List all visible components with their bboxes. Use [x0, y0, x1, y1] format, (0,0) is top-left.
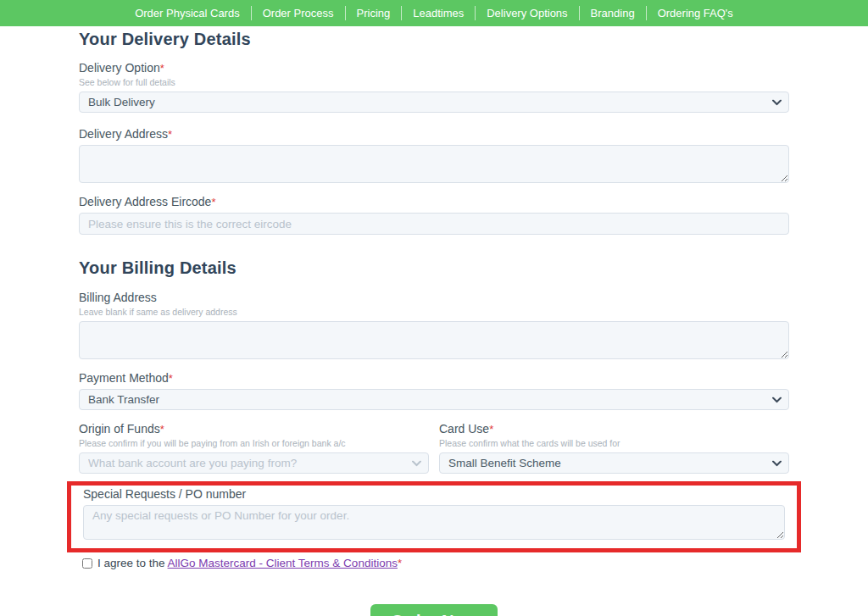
terms-conditions-link[interactable]: AllGo Mastercard - Client Terms & Condit…: [168, 557, 398, 569]
required-asterisk: *: [160, 62, 164, 75]
required-asterisk: *: [169, 372, 173, 385]
order-form: Your Delivery Details Delivery Option* S…: [79, 26, 789, 616]
origin-of-funds-select[interactable]: What bank account are you paying from?: [79, 452, 429, 474]
top-navbar: Order Physical Cards Order Process Prici…: [0, 0, 868, 26]
card-use-label-text: Card Use: [439, 422, 489, 436]
nav-item-pricing[interactable]: Pricing: [346, 0, 402, 26]
required-asterisk: *: [168, 128, 172, 141]
nav-item-branding[interactable]: Branding: [580, 0, 646, 26]
delivery-address-textarea[interactable]: [79, 145, 789, 183]
nav-item-order-physical-cards[interactable]: Order Physical Cards: [124, 0, 251, 26]
delivery-option-label-text: Delivery Option: [79, 61, 160, 75]
billing-address-helper: Leave blank if same as delivery address: [79, 307, 789, 317]
eircode-label: Delivery Address Eircode*: [79, 195, 789, 208]
delivery-option-label: Delivery Option*: [79, 61, 789, 75]
card-use-label: Card Use*: [439, 422, 789, 436]
nav-item-order-process[interactable]: Order Process: [252, 0, 345, 26]
special-requests-highlight-box: Special Requests / PO number: [67, 481, 801, 552]
payment-method-label: Payment Method*: [79, 371, 789, 385]
required-asterisk: *: [489, 423, 493, 436]
nav-item-leadtimes[interactable]: Leadtimes: [402, 0, 475, 26]
special-requests-textarea[interactable]: [83, 505, 785, 540]
origin-of-funds-label: Origin of Funds*: [79, 422, 429, 436]
nav-item-delivery-options[interactable]: Delivery Options: [476, 0, 578, 26]
required-asterisk: *: [211, 196, 215, 208]
funds-carduse-row: Origin of Funds* Please confirm if you w…: [79, 422, 789, 474]
terms-agreement-text: I agree to the AllGo Mastercard - Client…: [97, 557, 402, 569]
billing-address-textarea[interactable]: [79, 321, 789, 359]
required-asterisk: *: [398, 557, 402, 569]
delivery-details-title: Your Delivery Details: [79, 30, 789, 49]
origin-of-funds-label-text: Origin of Funds: [79, 422, 160, 436]
card-use-field: Card Use* Please confirm what the cards …: [439, 422, 789, 474]
payment-method-select[interactable]: Bank Transfer: [79, 389, 789, 410]
card-use-select[interactable]: Small Benefit Scheme: [439, 452, 789, 474]
nav-item-ordering-faqs[interactable]: Ordering FAQ's: [647, 0, 744, 26]
billing-address-label-text: Billing Address: [79, 291, 157, 304]
origin-of-funds-field: Origin of Funds* Please confirm if you w…: [79, 422, 429, 474]
delivery-address-label-text: Delivery Address: [79, 127, 168, 141]
origin-of-funds-helper: Please confirm if you will be paying fro…: [79, 438, 429, 448]
eircode-label-text: Delivery Address Eircode: [79, 195, 211, 208]
payment-method-label-text: Payment Method: [79, 371, 169, 385]
origin-of-funds-select-wrap: What bank account are you paying from?: [79, 452, 429, 474]
payment-method-select-wrap: Bank Transfer: [79, 389, 789, 410]
terms-checkbox[interactable]: [82, 558, 92, 569]
required-asterisk: *: [160, 423, 164, 436]
billing-address-label: Billing Address: [79, 291, 789, 304]
nav-items: Order Physical Cards Order Process Prici…: [124, 0, 744, 26]
order-now-button[interactable]: Order Now: [370, 604, 498, 616]
delivery-option-select[interactable]: Bulk Delivery: [79, 92, 789, 113]
delivery-address-label: Delivery Address*: [79, 127, 789, 141]
terms-agreement-row: I agree to the AllGo Mastercard - Client…: [79, 557, 789, 569]
delivery-option-select-wrap: Bulk Delivery: [79, 92, 789, 113]
card-use-helper: Please confirm what the cards will be us…: [439, 438, 789, 448]
delivery-option-helper: See below for full details: [79, 77, 789, 87]
special-requests-label: Special Requests / PO number: [83, 487, 785, 501]
eircode-input[interactable]: [79, 213, 789, 235]
special-requests-label-text: Special Requests / PO number: [83, 487, 246, 501]
order-button-row: Order Now: [79, 604, 789, 616]
card-use-select-wrap: Small Benefit Scheme: [439, 452, 789, 474]
terms-prefix-text: I agree to the: [97, 557, 168, 569]
billing-details-title: Your Billing Details: [79, 258, 789, 278]
